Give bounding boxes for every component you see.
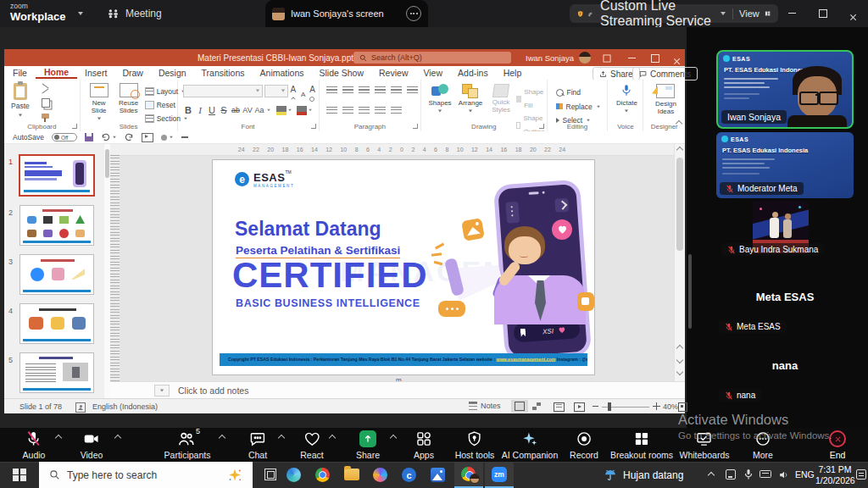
- underline-button[interactable]: U: [207, 105, 218, 115]
- align-left-icon[interactable]: [326, 107, 337, 115]
- ppt-close-button[interactable]: [673, 58, 681, 65]
- notes-splitter-grip[interactable]: [154, 385, 170, 396]
- video-tile-iwan[interactable]: ESAS PT. ESAS Edukasi Indonesia Iwan Son…: [716, 50, 854, 129]
- font-dialog-launcher[interactable]: [311, 124, 316, 129]
- tray-volume-icon[interactable]: [778, 469, 789, 480]
- increase-indent-icon[interactable]: [375, 86, 386, 95]
- quick-styles-button[interactable]: Quick Styles: [487, 84, 515, 114]
- design-ideas-button[interactable]: Design Ideas: [647, 84, 684, 115]
- customize-qat-icon[interactable]: [181, 136, 188, 137]
- video-tile-nana[interactable]: nana nana: [716, 337, 854, 403]
- align-right-icon[interactable]: [359, 107, 370, 115]
- tab-meeting[interactable]: Meeting: [107, 0, 162, 27]
- taskbar-search-box[interactable]: Type here to search: [39, 462, 253, 488]
- slide-thumbnail-4[interactable]: [19, 303, 94, 344]
- chat-button[interactable]: Chat: [248, 430, 267, 460]
- notes-toggle-button[interactable]: Notes: [469, 402, 501, 410]
- decrease-font-icon[interactable]: A: [301, 91, 305, 98]
- clear-format-icon[interactable]: A: [309, 85, 318, 103]
- ppt-minimize-button[interactable]: [628, 58, 636, 58]
- zoom-maximize-button[interactable]: [819, 9, 827, 18]
- chrome-beta-icon[interactable]: c: [402, 468, 416, 482]
- change-case-button[interactable]: Aa: [254, 106, 265, 114]
- zoom-slider-thumb[interactable]: [608, 402, 611, 411]
- tab-design[interactable]: Design: [151, 68, 194, 78]
- paragraph-dialog-launcher[interactable]: [413, 124, 418, 129]
- slide-thumbnail-3[interactable]: [19, 254, 94, 295]
- drawing-dialog-launcher[interactable]: [539, 124, 544, 129]
- strikethrough-button[interactable]: S: [219, 105, 230, 115]
- share-quick-icon[interactable]: [161, 135, 174, 141]
- zoom-close-button[interactable]: [849, 14, 857, 21]
- video-button[interactable]: Video: [81, 430, 103, 460]
- audio-button[interactable]: Audio: [23, 430, 46, 460]
- shape-fill-button[interactable]: Shape Fill: [516, 86, 547, 112]
- slide-thumbnail-1[interactable]: [19, 154, 95, 197]
- record-button[interactable]: Record: [570, 430, 598, 460]
- tab-home[interactable]: Home: [36, 67, 77, 79]
- notes-pane[interactable]: Click to add notes: [110, 381, 685, 399]
- video-tile-meta-esas[interactable]: Meta ESAS Meta ESAS: [716, 267, 854, 335]
- view-label[interactable]: View: [739, 8, 760, 19]
- char-spacing-button[interactable]: AV: [242, 106, 253, 114]
- taskbar-weather[interactable]: Hujan datang: [604, 462, 683, 488]
- bold-button[interactable]: B: [183, 105, 194, 115]
- bullets-icon[interactable]: [326, 86, 337, 95]
- format-painter-button[interactable]: [42, 114, 49, 119]
- host-tools-button[interactable]: Host tools: [455, 430, 495, 460]
- tab-view[interactable]: View: [415, 68, 450, 78]
- share-button[interactable]: Share: [356, 430, 380, 460]
- footer-link[interactable]: www.esasmanagement.com: [497, 357, 556, 362]
- thumbnail-scrollbar[interactable]: [104, 144, 110, 398]
- dictate-button[interactable]: Dictate: [611, 84, 642, 114]
- action-center-icon[interactable]: [856, 469, 866, 480]
- tray-tablet-icon[interactable]: [726, 469, 736, 480]
- tray-mic-icon[interactable]: [743, 469, 754, 484]
- status-language[interactable]: English (Indonesia): [92, 402, 158, 411]
- tray-keyboard-icon[interactable]: [760, 470, 771, 478]
- tab-review[interactable]: Review: [371, 68, 415, 78]
- view-slideshow-button[interactable]: [574, 402, 585, 412]
- increase-font-icon[interactable]: A: [291, 85, 299, 103]
- save-icon[interactable]: [85, 133, 93, 141]
- taskbar-clock[interactable]: 7:31 PM 1/20/2026: [815, 464, 854, 486]
- zoom-level[interactable]: 40%: [663, 402, 678, 411]
- edge-icon[interactable]: [287, 468, 301, 482]
- arrange-button[interactable]: Arrange: [455, 84, 486, 114]
- ai-companion-button[interactable]: AI Companion: [502, 430, 559, 460]
- view-sorter-button[interactable]: [532, 402, 541, 410]
- highlight-color-button[interactable]: [276, 106, 287, 115]
- end-button[interactable]: End: [829, 430, 846, 460]
- ppt-restore-button[interactable]: [651, 54, 659, 63]
- shapes-button[interactable]: Shapes: [426, 84, 453, 114]
- italic-button[interactable]: I: [195, 105, 206, 115]
- whiteboards-button[interactable]: Whiteboards: [680, 430, 730, 460]
- reuse-slides-button[interactable]: Reuse Slides: [114, 83, 143, 114]
- slideshow-from-start-icon[interactable]: [142, 133, 153, 142]
- task-view-button[interactable]: [264, 469, 276, 480]
- more-button[interactable]: More: [753, 430, 773, 460]
- ppt-account[interactable]: Iwan Sonjaya: [526, 49, 591, 66]
- line-spacing-icon[interactable]: [391, 86, 402, 95]
- clipboard-dialog-launcher[interactable]: [72, 124, 77, 129]
- redo-icon[interactable]: [125, 133, 134, 141]
- new-slide-button[interactable]: New Slide: [85, 83, 114, 122]
- zoom-app-icon[interactable]: zm: [485, 462, 514, 488]
- slide-thumbnail-5[interactable]: [19, 352, 94, 393]
- align-center-icon[interactable]: [342, 107, 353, 115]
- file-explorer-icon[interactable]: [344, 469, 359, 480]
- view-reading-button[interactable]: [554, 402, 565, 412]
- tab-insert[interactable]: Insert: [77, 68, 114, 78]
- tab-slide-show[interactable]: Slide Show: [312, 68, 372, 78]
- zoom-in-button[interactable]: [653, 402, 660, 410]
- copilot-icon[interactable]: [373, 468, 387, 482]
- participants-button[interactable]: 5 Participants: [164, 430, 211, 460]
- undo-icon[interactable]: [101, 133, 117, 141]
- security-shield-icon[interactable]: [577, 8, 583, 19]
- streaming-chevron-icon[interactable]: [721, 12, 726, 15]
- font-size-box[interactable]: [264, 85, 288, 97]
- fit-to-window-icon[interactable]: [678, 402, 687, 412]
- canvas-scrollbar[interactable]: [674, 144, 685, 381]
- ppt-comments-button[interactable]: Comments: [632, 67, 698, 80]
- tab-file[interactable]: File: [4, 68, 36, 78]
